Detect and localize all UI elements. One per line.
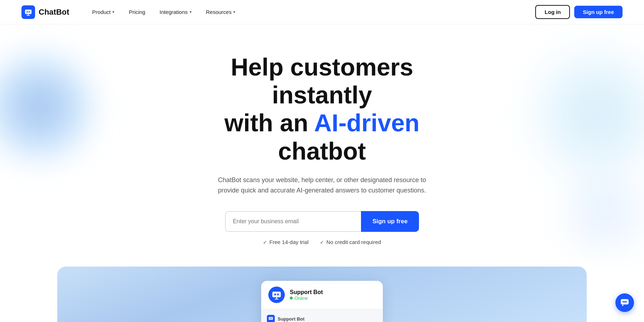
blob-right-decoration [522, 39, 644, 189]
nav-resources[interactable]: Resources ▾ [200, 6, 241, 18]
svg-rect-6 [269, 317, 273, 320]
float-chat-button[interactable] [615, 293, 634, 312]
svg-point-12 [625, 301, 627, 303]
svg-rect-3 [272, 292, 281, 297]
blob-right-lower-decoration [551, 159, 644, 267]
chat-widget-card: Support Bot Online Support Bot [261, 281, 383, 322]
logo-text: ChatBot [39, 8, 69, 17]
blob-left-decoration [0, 46, 100, 167]
svg-point-1 [26, 11, 28, 13]
login-button[interactable]: Log in [535, 5, 570, 19]
logo[interactable]: ChatBot [21, 5, 69, 19]
signup-hero-button[interactable]: Sign up free [361, 211, 419, 232]
hero-section: Help customers instantly with an AI-driv… [0, 24, 644, 267]
svg-point-4 [274, 294, 276, 296]
svg-point-5 [277, 294, 279, 296]
check-icon: ✓ [263, 239, 267, 245]
trust-no-card: ✓ No credit card required [320, 239, 381, 245]
chevron-down-icon: ▾ [233, 10, 235, 14]
navbar: ChatBot Product ▾ Pricing Integrations ▾… [0, 0, 644, 24]
svg-point-8 [271, 318, 272, 319]
chevron-down-icon: ▾ [190, 10, 192, 14]
chat-header: Support Bot Online [261, 281, 383, 309]
svg-point-2 [29, 11, 30, 13]
trust-trial: ✓ Free 14-day trial [263, 239, 308, 245]
svg-point-7 [270, 318, 270, 319]
trust-badges: ✓ Free 14-day trial ✓ No credit card req… [263, 239, 381, 245]
svg-point-10 [623, 301, 624, 303]
chat-body: Support Bot 👋 Welcome to Support Bot. I'… [261, 309, 383, 322]
svg-point-11 [624, 301, 625, 303]
demo-section: Support Bot Online Support Bot [57, 267, 587, 322]
hero-title: Help customers instantly with an AI-driv… [182, 53, 462, 165]
chat-bot-name: Support Bot [290, 289, 323, 296]
nav-product[interactable]: Product ▾ [87, 6, 121, 18]
chevron-down-icon: ▾ [112, 10, 114, 14]
chat-avatar [268, 287, 285, 303]
logo-icon [21, 5, 35, 19]
chat-status: Online [290, 296, 323, 301]
signup-nav-button[interactable]: Sign up free [574, 6, 623, 18]
nav-pricing[interactable]: Pricing [123, 6, 151, 18]
chat-sender-icon [267, 315, 275, 322]
chat-sender-label: Support Bot [267, 315, 377, 322]
email-input[interactable] [225, 211, 361, 232]
nav-links: Product ▾ Pricing Integrations ▾ Resourc… [87, 6, 536, 18]
svg-rect-0 [25, 9, 31, 14]
hero-subtitle: ChatBot scans your website, help center,… [211, 175, 433, 196]
chat-header-info: Support Bot Online [290, 289, 323, 301]
email-form: Sign up free [225, 211, 419, 232]
status-dot-icon [290, 297, 293, 299]
check-icon: ✓ [320, 239, 324, 245]
nav-integrations[interactable]: Integrations ▾ [154, 6, 197, 18]
nav-actions: Log in Sign up free [535, 5, 623, 19]
